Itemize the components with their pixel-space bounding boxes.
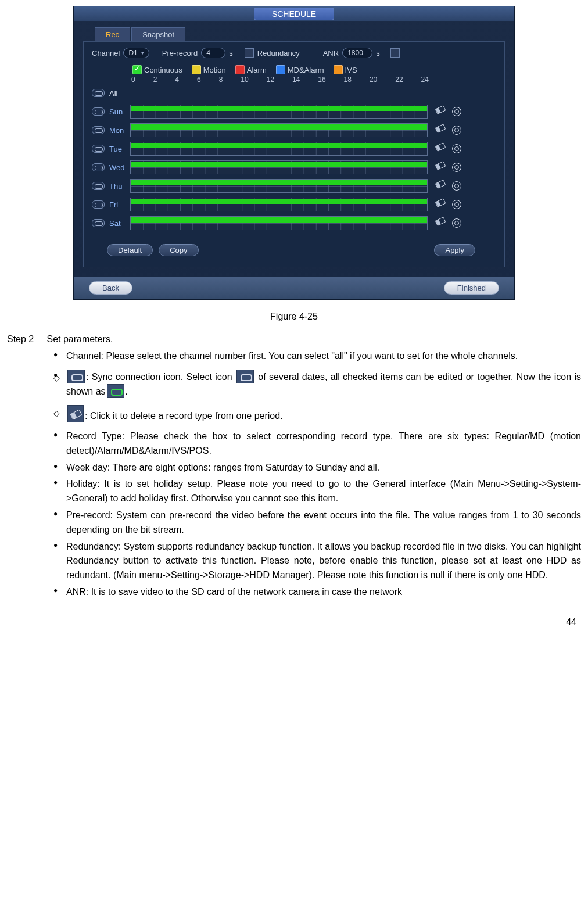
prerecord-input[interactable]: 4 [201,48,225,58]
day-row: Wed [92,158,496,177]
legend-alarm[interactable]: Alarm [235,65,267,74]
eraser-icon[interactable] [435,142,446,152]
day-label: Wed [109,163,130,172]
day-label: Mon [109,126,130,135]
tick-label: 22 [395,76,403,84]
anr-value: 1800 [347,49,363,57]
gear-icon[interactable] [452,200,461,209]
legend: Continuous Motion Alarm MD&Alarm IVS [132,65,496,74]
day-row: Sat [92,214,496,232]
schedule-grid[interactable] [130,179,428,193]
schedule-grid[interactable] [130,142,428,156]
document-body: Step 2 Set parameters. Channel: Please s… [7,332,581,600]
link-icon[interactable] [92,89,105,97]
gear-icon[interactable] [452,163,461,172]
bullet-holiday: Holiday: It is to set holiday setup. Ple… [66,477,581,506]
eraser-icon[interactable] [435,105,446,114]
diamond-delete: : Click it to delete a record type from … [66,405,581,424]
bullet-prerecord: Pre-record: System can pre-record the vi… [66,508,581,537]
checkbox-icon [132,65,142,74]
bullet-weekday: Week day: There are eight options: range… [66,461,581,475]
anr-checkbox[interactable] [390,48,400,58]
channel-select[interactable]: D1 ▾ [123,48,149,58]
schedule-grid[interactable] [130,105,428,119]
title-button: SCHEDULE [254,8,334,20]
eraser-icon [67,405,84,422]
prerecord-unit: s [229,49,233,58]
back-button[interactable]: Back [89,281,132,295]
title-bar: SCHEDULE [74,6,514,21]
day-row: Mon [92,121,496,139]
day-label: Thu [109,182,130,191]
bottom-bar: Back Finished [74,277,514,299]
step-label: Step 2 [7,334,34,344]
figure-caption: Figure 4-25 [7,311,581,322]
tab-snapshot[interactable]: Snapshot [131,27,185,41]
anr-unit: s [376,49,380,58]
day-label: Tue [109,145,130,153]
time-axis: 0 2 4 6 8 10 12 14 16 18 20 22 24 [131,76,429,84]
tab-rec[interactable]: Rec [95,27,130,41]
day-row: Tue [92,139,496,158]
tick-label: 6 [197,76,201,84]
day-row: Thu [92,177,496,195]
schedule-grid[interactable] [130,160,428,174]
eraser-icon[interactable] [435,124,446,133]
tick-label: 2 [153,76,157,84]
link-icon[interactable] [92,126,105,134]
diamond-sync: : Sync connection icon. Select icon of s… [66,370,581,400]
prerecord-value: 4 [206,49,210,57]
legend-ivs[interactable]: IVS [334,65,357,74]
default-button[interactable]: Default [107,244,153,256]
bullet-anr: ANR: It is to save video to the SD card … [66,585,581,600]
link-icon[interactable] [92,163,105,171]
eraser-icon[interactable] [435,180,446,189]
link-icon[interactable] [92,219,105,227]
tick-label: 10 [241,76,248,84]
schedule-grid[interactable] [130,198,428,211]
eraser-icon[interactable] [435,198,446,207]
gear-icon[interactable] [452,218,461,228]
finished-button[interactable]: Finished [444,281,499,295]
gear-icon[interactable] [452,144,461,153]
day-row: Sun [92,102,496,121]
link-icon [236,370,254,383]
link-icon[interactable] [92,145,105,153]
anr-label: ANR [323,49,339,58]
square-icon [276,65,285,74]
copy-button[interactable]: Copy [159,244,198,256]
tab-strip: Rec Snapshot [95,27,505,41]
bullet-record-type: Record Type: Please check the box to sel… [66,429,581,458]
redundancy-label: Redundancy [257,49,300,58]
link-icon[interactable] [92,182,105,190]
tick-label: 14 [292,76,300,84]
bullet-redundancy: Redundancy: System supports redundancy b… [66,540,581,583]
square-icon [235,65,245,74]
day-label-all: All [109,89,130,98]
eraser-icon[interactable] [435,161,446,170]
tick-label: 4 [175,76,179,84]
redundancy-checkbox[interactable] [245,48,254,58]
tick-label: 20 [370,76,377,84]
link-icon[interactable] [92,107,105,116]
tick-label: 8 [219,76,223,84]
square-icon [334,65,343,74]
gear-icon[interactable] [452,181,461,191]
eraser-icon[interactable] [435,217,446,226]
gear-icon[interactable] [452,107,461,116]
legend-mdalarm[interactable]: MD&Alarm [276,65,324,74]
tick-label: 16 [318,76,325,84]
gear-icon[interactable] [452,126,461,135]
channel-label: Channel [92,49,120,58]
legend-continuous[interactable]: Continuous [132,65,182,74]
schedule-grid[interactable] [130,216,428,230]
day-label: Sun [109,107,130,116]
apply-button[interactable]: Apply [434,244,475,256]
link-icon[interactable] [92,200,105,209]
anr-input[interactable]: 1800 [342,48,372,58]
bullet-channel: Channel: Please select the channel numbe… [66,349,581,364]
day-label: Sat [109,219,130,228]
tick-label: 18 [344,76,352,84]
schedule-grid[interactable] [130,123,428,137]
legend-motion[interactable]: Motion [192,65,226,74]
